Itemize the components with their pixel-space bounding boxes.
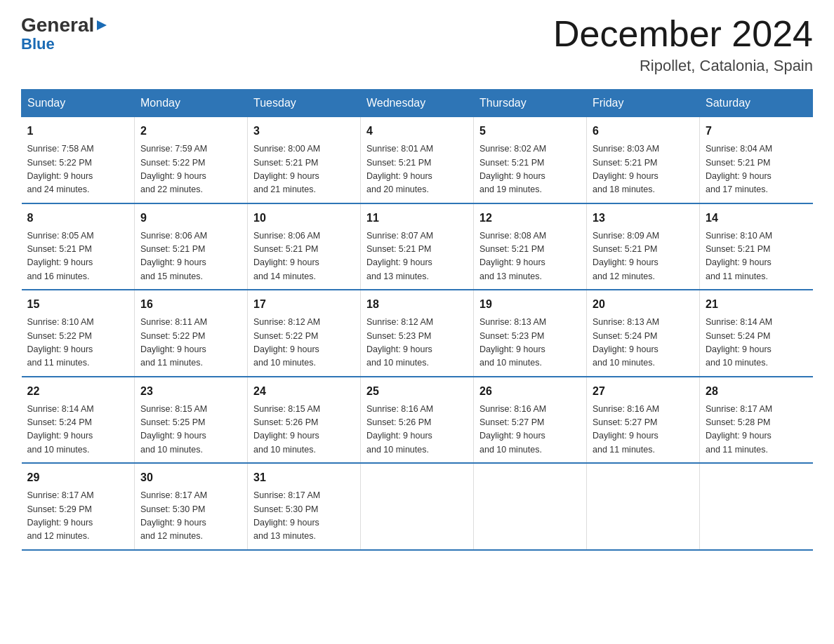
day-number: 11 [366,210,468,227]
day-info: Sunrise: 8:12 AM Sunset: 5:23 PM Dayligh… [366,316,468,370]
calendar-cell [700,463,813,550]
day-info: Sunrise: 8:16 AM Sunset: 5:26 PM Dayligh… [366,403,468,457]
day-number: 21 [706,296,807,313]
day-info: Sunrise: 8:13 AM Sunset: 5:24 PM Dayligh… [593,316,694,370]
day-number: 9 [140,210,241,227]
calendar-cell: 14 Sunrise: 8:10 AM Sunset: 5:21 PM Dayl… [700,203,813,290]
day-number: 1 [27,123,129,140]
page-header: General Blue December 2024 Ripollet, Cat… [21,14,813,75]
week-row-3: 15 Sunrise: 8:10 AM Sunset: 5:22 PM Dayl… [22,290,813,377]
day-info: Sunrise: 8:17 AM Sunset: 5:28 PM Dayligh… [706,403,807,457]
calendar-cell: 2 Sunrise: 7:59 AM Sunset: 5:22 PM Dayli… [135,117,248,203]
day-info: Sunrise: 8:11 AM Sunset: 5:22 PM Dayligh… [140,316,241,370]
day-number: 24 [253,383,355,400]
calendar-cell: 20 Sunrise: 8:13 AM Sunset: 5:24 PM Dayl… [587,290,700,377]
calendar-header-row: SundayMondayTuesdayWednesdayThursdayFrid… [22,90,813,117]
day-info: Sunrise: 8:14 AM Sunset: 5:24 PM Dayligh… [706,316,807,370]
header-friday: Friday [587,90,700,117]
day-number: 16 [140,296,241,313]
day-number: 5 [479,123,581,140]
calendar-cell: 30 Sunrise: 8:17 AM Sunset: 5:30 PM Dayl… [135,463,248,550]
day-number: 30 [140,469,241,486]
day-info: Sunrise: 8:05 AM Sunset: 5:21 PM Dayligh… [27,229,129,284]
day-number: 15 [27,296,129,313]
day-number: 29 [27,469,129,486]
calendar-cell: 23 Sunrise: 8:15 AM Sunset: 5:25 PM Dayl… [135,377,248,464]
day-number: 26 [479,383,581,400]
calendar-cell: 1 Sunrise: 7:58 AM Sunset: 5:22 PM Dayli… [22,117,135,203]
calendar-cell: 17 Sunrise: 8:12 AM Sunset: 5:22 PM Dayl… [248,290,361,377]
day-info: Sunrise: 8:17 AM Sunset: 5:29 PM Dayligh… [27,489,129,544]
day-info: Sunrise: 8:02 AM Sunset: 5:21 PM Dayligh… [479,142,581,197]
logo: General Blue [21,14,110,53]
calendar-cell [474,463,587,550]
day-info: Sunrise: 8:09 AM Sunset: 5:21 PM Dayligh… [593,229,694,284]
header-tuesday: Tuesday [248,90,361,117]
calendar-cell: 13 Sunrise: 8:09 AM Sunset: 5:21 PM Dayl… [587,203,700,290]
calendar-cell: 5 Sunrise: 8:02 AM Sunset: 5:21 PM Dayli… [474,117,587,203]
calendar-cell: 28 Sunrise: 8:17 AM Sunset: 5:28 PM Dayl… [700,377,813,464]
day-number: 14 [706,210,807,227]
day-number: 23 [140,383,241,400]
calendar-cell: 6 Sunrise: 8:03 AM Sunset: 5:21 PM Dayli… [587,117,700,203]
day-number: 12 [479,210,581,227]
day-info: Sunrise: 8:03 AM Sunset: 5:21 PM Dayligh… [593,142,694,197]
day-number: 17 [253,296,355,313]
day-info: Sunrise: 8:01 AM Sunset: 5:21 PM Dayligh… [366,142,468,197]
day-number: 20 [593,296,694,313]
calendar-cell: 15 Sunrise: 8:10 AM Sunset: 5:22 PM Dayl… [22,290,135,377]
day-info: Sunrise: 8:15 AM Sunset: 5:25 PM Dayligh… [140,403,241,457]
calendar-cell: 11 Sunrise: 8:07 AM Sunset: 5:21 PM Dayl… [361,203,474,290]
calendar-cell: 19 Sunrise: 8:13 AM Sunset: 5:23 PM Dayl… [474,290,587,377]
week-row-5: 29 Sunrise: 8:17 AM Sunset: 5:29 PM Dayl… [22,463,813,550]
header-thursday: Thursday [474,90,587,117]
calendar-cell: 22 Sunrise: 8:14 AM Sunset: 5:24 PM Dayl… [22,377,135,464]
day-number: 19 [479,296,581,313]
svg-marker-0 [97,20,107,30]
calendar-cell: 29 Sunrise: 8:17 AM Sunset: 5:29 PM Dayl… [22,463,135,550]
week-row-1: 1 Sunrise: 7:58 AM Sunset: 5:22 PM Dayli… [22,117,813,203]
day-info: Sunrise: 8:16 AM Sunset: 5:27 PM Dayligh… [479,403,581,457]
day-info: Sunrise: 8:13 AM Sunset: 5:23 PM Dayligh… [479,316,581,370]
month-title: December 2024 [553,14,813,54]
day-info: Sunrise: 7:58 AM Sunset: 5:22 PM Dayligh… [27,142,129,197]
calendar-cell: 27 Sunrise: 8:16 AM Sunset: 5:27 PM Dayl… [587,377,700,464]
day-number: 10 [253,210,355,227]
calendar-cell [587,463,700,550]
day-number: 2 [140,123,241,140]
day-info: Sunrise: 8:00 AM Sunset: 5:21 PM Dayligh… [253,142,355,197]
day-info: Sunrise: 8:15 AM Sunset: 5:26 PM Dayligh… [253,403,355,457]
title-section: December 2024 Ripollet, Catalonia, Spain [553,14,813,75]
calendar-cell: 9 Sunrise: 8:06 AM Sunset: 5:21 PM Dayli… [135,203,248,290]
calendar-cell: 25 Sunrise: 8:16 AM Sunset: 5:26 PM Dayl… [361,377,474,464]
header-sunday: Sunday [22,90,135,117]
day-info: Sunrise: 8:08 AM Sunset: 5:21 PM Dayligh… [479,229,581,284]
calendar-cell: 7 Sunrise: 8:04 AM Sunset: 5:21 PM Dayli… [700,117,813,203]
day-info: Sunrise: 8:10 AM Sunset: 5:21 PM Dayligh… [706,229,807,284]
calendar-cell: 10 Sunrise: 8:06 AM Sunset: 5:21 PM Dayl… [248,203,361,290]
header-saturday: Saturday [700,90,813,117]
calendar-cell: 31 Sunrise: 8:17 AM Sunset: 5:30 PM Dayl… [248,463,361,550]
day-info: Sunrise: 8:17 AM Sunset: 5:30 PM Dayligh… [253,489,355,544]
calendar-cell: 16 Sunrise: 8:11 AM Sunset: 5:22 PM Dayl… [135,290,248,377]
day-info: Sunrise: 8:04 AM Sunset: 5:21 PM Dayligh… [706,142,807,197]
day-number: 7 [706,123,807,140]
day-info: Sunrise: 8:06 AM Sunset: 5:21 PM Dayligh… [253,229,355,284]
day-info: Sunrise: 7:59 AM Sunset: 5:22 PM Dayligh… [140,142,241,197]
day-number: 4 [366,123,468,140]
logo-general-text: General [21,14,94,36]
header-wednesday: Wednesday [361,90,474,117]
calendar-cell: 8 Sunrise: 8:05 AM Sunset: 5:21 PM Dayli… [22,203,135,290]
calendar-cell: 18 Sunrise: 8:12 AM Sunset: 5:23 PM Dayl… [361,290,474,377]
day-info: Sunrise: 8:16 AM Sunset: 5:27 PM Dayligh… [593,403,694,457]
calendar-cell: 21 Sunrise: 8:14 AM Sunset: 5:24 PM Dayl… [700,290,813,377]
header-monday: Monday [135,90,248,117]
day-number: 25 [366,383,468,400]
day-number: 8 [27,210,129,227]
calendar-cell: 4 Sunrise: 8:01 AM Sunset: 5:21 PM Dayli… [361,117,474,203]
day-info: Sunrise: 8:07 AM Sunset: 5:21 PM Dayligh… [366,229,468,284]
day-number: 31 [253,469,355,486]
calendar-cell [361,463,474,550]
calendar-cell: 3 Sunrise: 8:00 AM Sunset: 5:21 PM Dayli… [248,117,361,203]
day-info: Sunrise: 8:17 AM Sunset: 5:30 PM Dayligh… [140,489,241,544]
